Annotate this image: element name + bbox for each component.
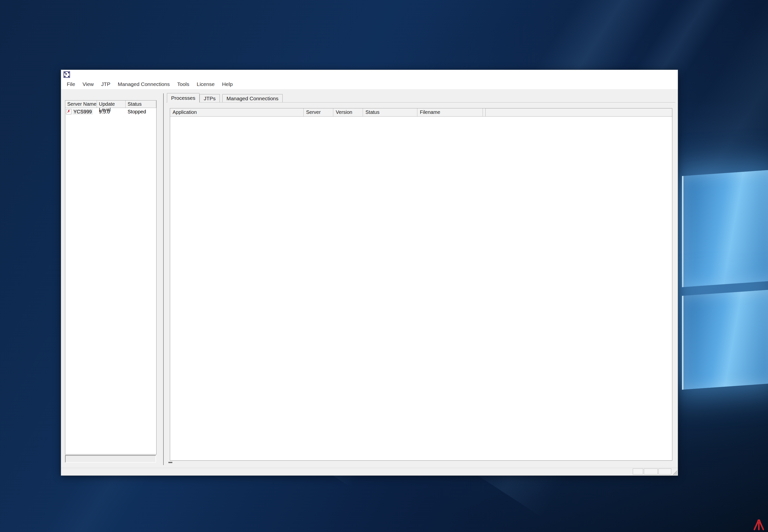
hscrollbar-fragment — [168, 462, 172, 463]
tab-jtps[interactable]: JTPs — [200, 94, 220, 102]
server-stopped-icon: ✗ — [66, 109, 71, 114]
process-table: ApplicationServerVersionStatusFilename — [170, 108, 672, 461]
menu-bar: FileViewJTPManaged ConnectionsToolsLicen… — [61, 79, 678, 89]
process-column-header[interactable]: Version — [333, 108, 363, 116]
menu-tools[interactable]: Tools — [173, 81, 193, 87]
prinergy-administrator-window: FileViewJTPManaged ConnectionsToolsLicen… — [61, 70, 678, 476]
process-column-header[interactable]: Filename — [417, 108, 483, 116]
desktop: FileViewJTPManaged ConnectionsToolsLicen… — [0, 0, 768, 532]
status-bar — [61, 468, 678, 475]
processes-tab-page: ApplicationServerVersionStatusFilename — [166, 102, 675, 464]
menu-file[interactable]: File — [63, 81, 79, 87]
server-update-level-cell: 9.5.0 — [97, 109, 126, 115]
process-column-header[interactable]: Server — [304, 108, 333, 116]
tab-strip: ProcessesJTPsManaged Connections — [167, 93, 283, 102]
tab-processes[interactable]: Processes — [167, 93, 200, 102]
server-row[interactable]: ✗YCS9999.5.0Stopped — [65, 108, 156, 115]
menu-help[interactable]: Help — [218, 81, 237, 87]
status-cell — [633, 469, 643, 474]
server-name: YCS999 — [72, 109, 93, 115]
window-titlebar — [61, 70, 678, 79]
menu-managed-connections[interactable]: Managed Connections — [114, 81, 173, 87]
menu-jtp[interactable]: JTP — [97, 81, 114, 87]
close-button[interactable] — [662, 70, 678, 79]
resize-grip[interactable] — [672, 470, 677, 475]
num-lock-indicator — [644, 469, 658, 474]
server-status-cell: Stopped — [126, 109, 156, 115]
process-column-header[interactable]: Status — [363, 108, 417, 116]
process-header-filler — [483, 108, 486, 116]
minimize-button[interactable] — [630, 70, 646, 79]
server-list-footer-box — [65, 455, 156, 463]
wallpaper-window-pane — [682, 170, 768, 287]
maximize-button[interactable] — [646, 70, 662, 79]
app-icon — [63, 71, 70, 78]
wallpaper-window-pane — [682, 289, 768, 390]
server-list-column-header[interactable]: Server Name — [65, 101, 97, 108]
process-table-header: ApplicationServerVersionStatusFilename — [170, 108, 672, 117]
server-list: Server NameUpdate LevelStatus ✗YCS9999.5… — [65, 100, 156, 454]
server-list-column-header[interactable]: Update Level — [97, 101, 126, 108]
panel-splitter[interactable] — [163, 93, 164, 465]
tab-managed-connections[interactable]: Managed Connections — [222, 94, 283, 102]
watermark-logo-icon — [753, 519, 765, 531]
menu-view[interactable]: View — [79, 81, 97, 87]
status-cell — [659, 469, 671, 474]
watermark — [753, 519, 766, 531]
server-list-header: Server NameUpdate LevelStatus — [65, 101, 156, 108]
server-list-column-header[interactable]: Status — [126, 101, 156, 108]
menu-license[interactable]: License — [193, 81, 218, 87]
server-name-cell: ✗YCS999 — [65, 109, 97, 115]
process-column-header[interactable]: Application — [170, 108, 304, 116]
